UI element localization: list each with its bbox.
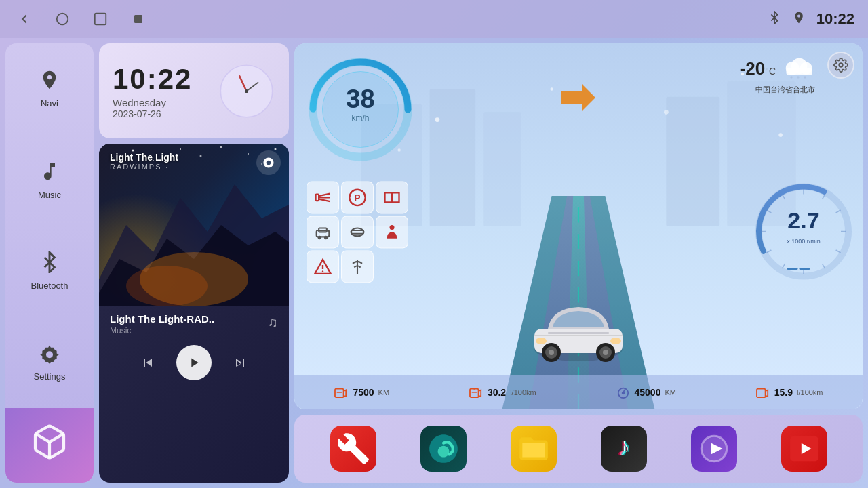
home-button[interactable] (52, 8, 73, 30)
svg-point-65 (390, 225, 395, 230)
clock-widget: 10:22 Wednesday 2023-07-26 (99, 43, 289, 138)
svg-point-14 (200, 155, 202, 157)
svg-point-34 (550, 87, 553, 91)
status-bar: 10:22 (768, 10, 854, 28)
sidebar-cube-button[interactable] (5, 408, 94, 483)
analog-clock (218, 62, 275, 120)
car-controls-grid: P (307, 181, 407, 281)
front-car-button[interactable] (307, 216, 339, 248)
svg-point-74 (610, 338, 621, 344)
app-snake[interactable] (420, 426, 467, 472)
svg-point-16 (248, 153, 249, 155)
svg-rect-24 (430, 89, 476, 227)
svg-rect-48 (787, 68, 812, 75)
music-widget: Light The Light RADWIMPS Light The Light… (99, 144, 289, 483)
svg-point-62 (325, 237, 328, 239)
stat-odometer: 45000 KM (616, 386, 676, 399)
rpm-gauge: 2.7 x 1000 r/min (753, 181, 854, 283)
prev-button[interactable] (136, 350, 160, 375)
svg-rect-106 (757, 389, 766, 398)
recent-button[interactable] (90, 8, 111, 30)
app-files[interactable] (511, 426, 557, 472)
svg-point-63 (351, 228, 364, 237)
clock-text: 10:22 Wednesday 2023-07-26 (113, 63, 192, 119)
svg-rect-64 (351, 230, 364, 234)
settings-icon (39, 344, 60, 369)
svg-point-37 (778, 133, 783, 137)
svg-rect-25 (483, 112, 521, 226)
turn-arrow (558, 81, 599, 117)
svg-text:38: 38 (346, 85, 374, 113)
top-bar-time: 10:22 (816, 10, 854, 28)
music-controls (99, 340, 289, 390)
stat-consumption2: 15.9 l/100km (755, 386, 823, 399)
svg-line-53 (319, 194, 330, 197)
svg-line-55 (319, 199, 330, 202)
svg-text:P: P (354, 192, 360, 203)
road-button[interactable] (376, 181, 408, 214)
music-title-overlay: Light The Light RADWIMPS (110, 152, 178, 171)
music-note-icon: ♫ (268, 314, 278, 330)
screenshot-button[interactable] (127, 8, 149, 30)
music-info: Light The Light-RAD.. Music ♫ (99, 306, 289, 340)
top-bar: 10:22 (0, 0, 868, 38)
antenna-button[interactable] (341, 250, 374, 283)
consumption2-value: 15.9 (774, 387, 793, 398)
music-genre: Music (110, 326, 214, 336)
svg-point-73 (536, 338, 547, 344)
clock-time: 10:22 (113, 63, 192, 96)
warning-button[interactable] (307, 250, 339, 283)
bluetooth-label: Bluetooth (31, 281, 68, 291)
svg-point-21 (126, 266, 208, 306)
app-youtube[interactable] (781, 426, 827, 472)
svg-marker-44 (561, 84, 595, 111)
svg-point-17 (275, 148, 277, 150)
app-dock: ♪ ♪ ♪ (294, 415, 863, 483)
play-button[interactable] (176, 345, 212, 380)
right-panel: 38 km/h -20°C (294, 43, 863, 483)
stat-fuel-range: 7500 KM (334, 386, 389, 399)
svg-rect-102 (470, 389, 479, 398)
svg-text:♪: ♪ (618, 432, 631, 461)
svg-point-35 (664, 110, 669, 115)
svg-point-15 (220, 146, 222, 148)
album-art: Light The Light RADWIMPS (99, 144, 289, 306)
sidebar-item-settings[interactable]: Settings (5, 317, 94, 409)
next-button[interactable] (228, 350, 252, 375)
sidebar-item-music[interactable]: Music (5, 135, 94, 226)
weather-panel: -20°C (740, 54, 815, 95)
bottom-stats-bar: 7500 KM 30.2 l/100km (294, 375, 863, 409)
sidebar-item-bluetooth[interactable]: Bluetooth (5, 226, 94, 317)
svg-text:x 1000 r/min: x 1000 r/min (787, 238, 821, 245)
weather-location: 中国台湾省台北市 (740, 85, 815, 95)
svg-rect-52 (316, 195, 319, 201)
music-icon (39, 161, 60, 187)
sidebar-item-navi[interactable]: Navi (5, 43, 94, 135)
settings-gear-button[interactable] (827, 52, 854, 79)
driving-view: 38 km/h -20°C (294, 43, 863, 409)
svg-point-68 (322, 270, 323, 272)
svg-rect-26 (666, 97, 719, 226)
svg-point-7 (245, 89, 248, 92)
navi-icon (39, 69, 60, 96)
svg-point-50 (797, 76, 799, 78)
svg-point-77 (549, 350, 554, 355)
middle-column: 10:22 Wednesday 2023-07-26 (99, 43, 289, 483)
headlights-button[interactable] (307, 181, 339, 214)
top-car-button[interactable] (341, 216, 374, 248)
odometer-unit: KM (665, 388, 676, 396)
svg-point-105 (622, 392, 624, 394)
car-image (524, 295, 633, 372)
parking-button[interactable]: P (341, 181, 374, 214)
fuel-range-unit: KM (378, 388, 390, 396)
song-title-art: Light The Light (110, 152, 178, 163)
app-tiktok[interactable]: ♪ ♪ ♪ (601, 426, 647, 472)
artist-name: RADWIMPS (110, 163, 178, 171)
clock-weekday: Wednesday (113, 97, 192, 108)
app-tools[interactable] (330, 426, 376, 472)
person-button[interactable] (376, 216, 408, 248)
back-button[interactable] (14, 8, 35, 30)
app-player[interactable] (691, 426, 737, 472)
temperature: -20 (740, 58, 766, 79)
song-name-text: Light The Light-RAD.. (110, 313, 214, 325)
